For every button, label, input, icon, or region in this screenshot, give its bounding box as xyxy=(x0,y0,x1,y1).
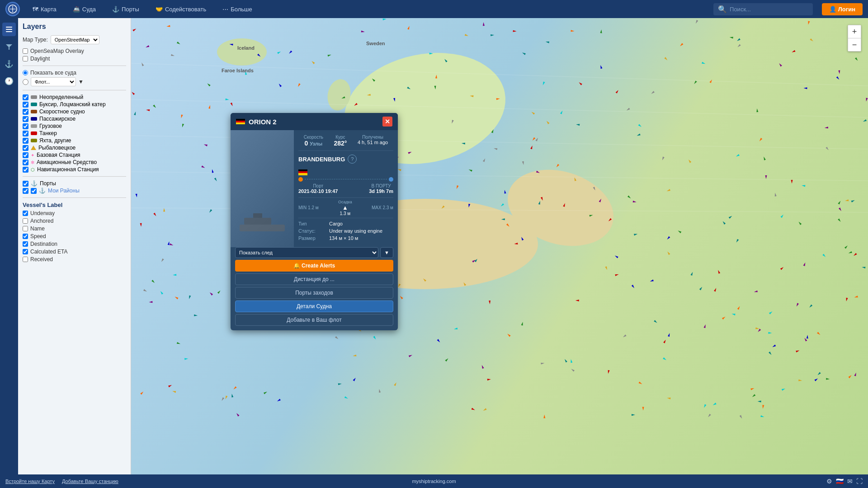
svg-rect-5 xyxy=(244,218,271,225)
distance-to-button[interactable]: Дистанция до ... xyxy=(235,273,393,285)
label-underway-cb[interactable] xyxy=(23,211,28,216)
zoom-out-button[interactable]: − xyxy=(848,38,861,51)
label-speed-row: Speed xyxy=(23,233,126,239)
vt-highspeed-icon xyxy=(31,110,37,113)
nav-logo[interactable] xyxy=(5,2,20,16)
follow-select[interactable]: Показать след xyxy=(235,247,378,258)
nav-map[interactable]: 🗺 Карта xyxy=(29,4,60,14)
filter-sidebar-icon[interactable] xyxy=(2,40,16,53)
label-name-cb[interactable] xyxy=(23,226,28,231)
route-ports: Порт 2021-02-10 19:47 В ПОРТУ 3d 19h 7m xyxy=(298,183,393,194)
vt-undefined-cb[interactable] xyxy=(23,94,28,100)
vessel-type-passenger: Пассажирское xyxy=(23,116,126,122)
port-arrival: В ПОРТУ 3d 19h 7m xyxy=(369,183,393,194)
map-type-select[interactable]: OpenStreetMap xyxy=(51,35,99,44)
footer-flag-icon[interactable]: 🇷🇺 xyxy=(836,478,844,485)
ports-visited-button[interactable]: Порты заходов xyxy=(235,287,393,299)
vessel-type-cargo: Грузовое xyxy=(23,123,126,129)
footer-settings-icon[interactable]: ⚙ xyxy=(826,478,832,485)
vt-aviation-cb[interactable] xyxy=(23,160,28,165)
fleet-row: Флот... ▼ xyxy=(23,77,126,86)
vt-yacht-cb[interactable] xyxy=(23,138,28,144)
vt-highspeed-cb[interactable] xyxy=(23,109,28,115)
ports-nav-icon: ⚓ xyxy=(112,6,119,13)
label-received-row: Received xyxy=(23,256,126,263)
popup-body: Скорость 0 Узлы Курс 282° xyxy=(231,130,398,247)
layers-sidebar-icon[interactable] xyxy=(2,23,16,36)
vt-cargo-cb[interactable] xyxy=(23,123,28,129)
nav-more[interactable]: ⋯ Больше xyxy=(219,4,256,14)
history-sidebar-icon[interactable]: 🕐 xyxy=(2,74,16,88)
vessels-nav-icon: 🚢 xyxy=(73,6,80,13)
vt-navstation-cb[interactable] xyxy=(23,167,28,173)
fleet-select[interactable]: Флот... xyxy=(31,77,76,86)
vt-passenger-cb[interactable] xyxy=(23,116,28,122)
popup-right: Скорость 0 Узлы Курс 282° xyxy=(294,130,398,247)
footer-icons: ⚙ 🇷🇺 ✉ ⛶ xyxy=(826,478,863,485)
help-button[interactable]: ? xyxy=(348,155,357,164)
show-all-ships-radio[interactable] xyxy=(23,70,28,75)
svg-rect-2 xyxy=(6,29,12,30)
ship-flag xyxy=(236,119,245,125)
port-departure: Порт 2021-02-10 19:47 xyxy=(298,183,338,194)
zoom-controls: + − xyxy=(848,25,861,52)
label-underway-row: Underway xyxy=(23,210,126,216)
nav-ports[interactable]: ⚓ Порты xyxy=(108,4,143,14)
footer: Встройте нашу Карту Добавьте Вашу станци… xyxy=(0,474,868,488)
overlay-opensea-checkbox[interactable] xyxy=(23,48,28,54)
map-area[interactable]: Iceland Faroe Islands Sweden + − ORION 2 xyxy=(131,18,868,488)
popup-close-button[interactable]: ✕ xyxy=(382,117,392,127)
fleet-radio[interactable] xyxy=(23,79,28,85)
route-section: BRANDENBURG ? xyxy=(298,155,393,194)
vessel-type-fishing: Рыбаловецкое xyxy=(23,145,126,151)
vessel-details-button[interactable]: Детали Судна xyxy=(235,300,393,312)
route-dashed-line xyxy=(305,179,387,179)
layers-title: Layers xyxy=(23,23,126,31)
map-type-label: Map Type: xyxy=(23,37,48,43)
map-type-row: Map Type: OpenStreetMap xyxy=(23,35,126,44)
footer-mail-icon[interactable]: ✉ xyxy=(847,478,853,485)
vt-base-cb[interactable] xyxy=(23,152,28,158)
other-ports-cb[interactable] xyxy=(23,181,28,187)
search-input[interactable] xyxy=(730,6,808,13)
other-myregions-cb2[interactable] xyxy=(31,188,37,194)
popup-vessel-name: ORION 2 xyxy=(249,118,379,126)
login-button[interactable]: 👤 Логин xyxy=(822,3,863,15)
vt-tug-cb[interactable] xyxy=(23,102,28,108)
label-destination-cb[interactable] xyxy=(23,241,28,247)
create-alerts-button[interactable]: 🔔 Create Alerts xyxy=(235,260,393,272)
embed-map-link[interactable]: Встройте нашу Карту xyxy=(5,479,55,484)
label-speed-cb[interactable] xyxy=(23,234,28,239)
vt-tanker-cb[interactable] xyxy=(23,131,28,136)
stat-course: Курс 282° xyxy=(334,135,347,147)
overlay-daylight-checkbox[interactable] xyxy=(23,56,28,61)
map-nav-icon: 🗺 xyxy=(33,6,38,13)
draught-section: MIN 1.2 м Осадка ▲ 1.3 м MAX 2.3 м xyxy=(298,197,393,218)
popup-stats: Скорость 0 Узлы Курс 282° xyxy=(298,135,393,151)
label-eta-row: Calculated ETA xyxy=(23,249,126,255)
nav-cooperate[interactable]: 🤝 Содействовать xyxy=(152,4,210,14)
fleet-dropdown-icon: ▼ xyxy=(78,79,84,85)
label-eta-cb[interactable] xyxy=(23,249,28,254)
follow-dropdown-btn[interactable]: ▼ xyxy=(380,247,393,258)
overlay-opensea-row: OpenSeaMap Overlay xyxy=(23,48,126,54)
route-line xyxy=(298,177,393,182)
show-all-ships-row: Показать все суда xyxy=(23,70,126,76)
nav-vessels[interactable]: 🚢 Суда xyxy=(69,4,99,14)
add-station-link[interactable]: Добавьте Вашу станцию xyxy=(62,479,118,484)
type-row: Тип Cargo xyxy=(298,221,393,226)
vt-fishing-cb[interactable] xyxy=(23,145,28,151)
other-myregions-cb1[interactable] xyxy=(23,188,28,194)
size-row: Размер 134 м × 10 м xyxy=(298,235,393,241)
label-received-cb[interactable] xyxy=(23,257,28,262)
add-to-fleet-button[interactable]: Добавьте в Ваш флот xyxy=(235,314,393,326)
more-nav-icon: ⋯ xyxy=(222,6,228,13)
vessel-label-section-title: Vessel's Label xyxy=(23,202,126,208)
zoom-in-button[interactable]: + xyxy=(848,25,861,38)
label-anchored-cb[interactable] xyxy=(23,218,28,224)
footer-fullscreen-icon[interactable]: ⛶ xyxy=(856,478,863,485)
anchor-sidebar-icon[interactable]: ⚓ xyxy=(2,57,16,70)
ship-popup: ORION 2 ✕ xyxy=(231,113,398,330)
search-bar: 🔍 xyxy=(713,3,813,15)
vessel-type-tug: Буксир, Лоцманский катер xyxy=(23,101,126,108)
